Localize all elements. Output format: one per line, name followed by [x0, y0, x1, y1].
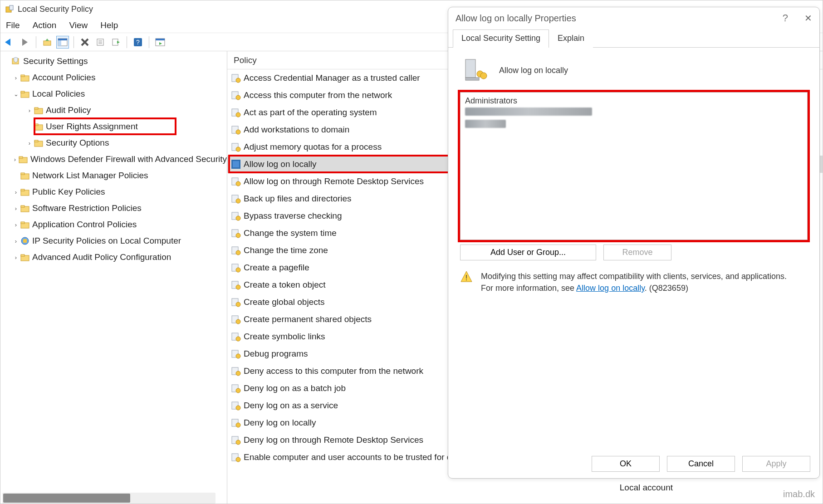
svg-point-94	[480, 73, 487, 79]
policy-label: Change the time zone	[244, 245, 328, 255]
folder-icon	[34, 138, 43, 147]
security-setting-value: Local account	[620, 483, 673, 493]
user-list[interactable]: Administrators	[460, 92, 808, 240]
policy-label: Add workstations to domain	[244, 125, 349, 135]
svg-rect-42	[23, 239, 27, 243]
redacted-item	[465, 108, 592, 116]
tree-root[interactable]: Security Settings	[0, 53, 227, 69]
tab-explain[interactable]: Explain	[549, 29, 593, 48]
tree-item[interactable]: ›Public Key Policies	[0, 184, 227, 200]
warning-link[interactable]: Allow log on locally	[576, 284, 645, 293]
expand-icon[interactable]: ›	[12, 221, 20, 228]
folder-icon	[20, 73, 29, 82]
annotation-highlight	[34, 117, 176, 135]
svg-rect-92	[465, 78, 479, 80]
expand-icon[interactable]: ›	[26, 140, 33, 147]
policy-icon	[231, 401, 241, 411]
properties-button[interactable]	[94, 36, 107, 49]
tab-local-security-setting[interactable]: Local Security Setting	[453, 29, 549, 48]
policy-label: Back up files and directories	[244, 194, 352, 204]
close-icon[interactable]: ✕	[804, 13, 812, 24]
policy-label: Access this computer from the network	[244, 90, 392, 100]
policy-label: Deny log on through Remote Desktop Servi…	[244, 435, 423, 445]
horizontal-scrollbar[interactable]	[2, 493, 216, 504]
svg-point-60	[236, 199, 240, 203]
help-button[interactable]: ?	[132, 36, 144, 49]
policy-label: Adjust memory quotas for a process	[244, 142, 382, 152]
action-pane-button[interactable]	[154, 36, 167, 49]
export-button[interactable]	[109, 36, 122, 49]
svg-rect-4	[44, 41, 51, 45]
delete-button[interactable]	[78, 36, 91, 49]
svg-point-54	[236, 147, 240, 152]
tree-item[interactable]: Network List Manager Policies	[0, 167, 227, 184]
expand-icon[interactable]: ⌄	[12, 91, 20, 98]
expand-icon[interactable]: ›	[12, 205, 20, 212]
cancel-button[interactable]: Cancel	[667, 456, 735, 472]
policy-label: Create a token object	[244, 280, 326, 290]
expand-icon[interactable]: ›	[12, 74, 20, 81]
apply-button: Apply	[742, 456, 810, 472]
menu-file[interactable]: File	[6, 20, 20, 30]
svg-point-64	[236, 233, 240, 238]
expand-icon[interactable]: ›	[12, 189, 20, 196]
tree-item[interactable]: ›Audit Policy	[0, 102, 227, 118]
tree-item[interactable]: ›Advanced Audit Policy Configuration	[0, 249, 227, 265]
folder-icon	[19, 155, 28, 164]
tree-label: Account Policies	[32, 73, 95, 83]
tree-item[interactable]: User Rights Assignment	[0, 118, 227, 135]
policy-label: Create symbolic links	[244, 332, 325, 342]
tree-item[interactable]: ›Application Control Policies	[0, 216, 227, 233]
policy-icon	[231, 452, 241, 462]
svg-point-82	[236, 388, 240, 393]
svg-point-66	[236, 250, 240, 255]
policy-icon	[231, 228, 241, 238]
svg-rect-91	[465, 59, 475, 78]
svg-point-72	[236, 302, 240, 307]
expand-icon[interactable]: ›	[12, 238, 20, 245]
policy-label: Change the system time	[244, 228, 337, 238]
svg-text:?: ?	[136, 39, 140, 46]
svg-point-74	[236, 319, 240, 324]
tree-item[interactable]: ›Security Options	[0, 135, 227, 151]
policy-icon	[231, 245, 241, 255]
expand-icon[interactable]: ›	[12, 254, 20, 261]
svg-point-50	[236, 113, 240, 117]
tree-item[interactable]: ›IP Security Policies on Local Computer	[0, 233, 227, 249]
ok-button[interactable]: OK	[592, 456, 660, 472]
folder-icon	[20, 187, 29, 196]
add-user-or-group-button[interactable]: Add User or Group...	[460, 245, 596, 260]
column-header-label: Policy	[234, 55, 257, 65]
show-hide-tree-button[interactable]	[56, 36, 69, 49]
tree-label: Public Key Policies	[32, 187, 105, 197]
properties-dialog: Allow log on locally Properties ? ✕ Loca…	[448, 7, 820, 479]
svg-point-52	[236, 130, 240, 134]
expand-icon[interactable]: ›	[12, 156, 18, 163]
policy-label: Deny access to this computer from the ne…	[244, 366, 423, 376]
window-title: Local Security Policy	[18, 5, 93, 14]
tree-label: Network List Manager Policies	[32, 171, 148, 181]
remove-button: Remove	[603, 245, 671, 260]
tree-item[interactable]: ›Software Restriction Policies	[0, 200, 227, 216]
svg-point-78	[236, 354, 240, 358]
policy-icon	[231, 383, 241, 393]
server-users-icon	[462, 58, 487, 83]
menu-view[interactable]: View	[69, 20, 88, 30]
up-button[interactable]	[41, 36, 54, 49]
tree-label: Security Options	[46, 138, 109, 148]
svg-rect-8	[58, 40, 61, 46]
menu-help[interactable]: Help	[100, 20, 118, 30]
watermark: imab.dk	[783, 489, 815, 499]
dialog-body: Allow log on locally Administrators Add …	[448, 47, 819, 445]
user-list-item[interactable]: Administrators	[465, 96, 803, 106]
forward-button[interactable]	[19, 36, 31, 49]
tree-label: Software Restriction Policies	[32, 203, 142, 213]
menu-action[interactable]: Action	[33, 20, 57, 30]
help-icon[interactable]: ?	[783, 12, 788, 24]
svg-marker-2	[5, 39, 10, 46]
tree-item[interactable]: ⌄Local Policies	[0, 86, 227, 102]
tree-item[interactable]: ›Windows Defender Firewall with Advanced…	[0, 151, 227, 167]
tree-item[interactable]: ›Account Policies	[0, 69, 227, 86]
back-button[interactable]	[3, 36, 16, 49]
expand-icon[interactable]: ›	[26, 107, 33, 114]
